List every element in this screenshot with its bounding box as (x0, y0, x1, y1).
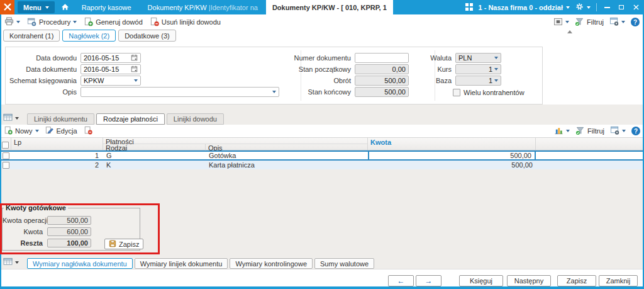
waluta-label: Waluta (418, 54, 455, 62)
main-toolbar: Procedury Generuj dowód Usuń linijki dow… (0, 14, 644, 30)
usun-linijki-button[interactable]: Usuń linijki dowodu (150, 17, 221, 28)
minimize-button[interactable] (602, 3, 611, 13)
maximize-button[interactable] (617, 3, 626, 13)
calendar-icon[interactable] (131, 65, 138, 74)
zapisz-button[interactable]: Zapisz (557, 275, 596, 286)
grid-filtruj-button[interactable]: Filtruj (575, 126, 604, 137)
menu-button[interactable]: Menu (18, 1, 55, 13)
edycja-button[interactable]: Edycja (45, 126, 77, 136)
apps-grid-icon[interactable] (465, 3, 473, 12)
grid-settings-button[interactable] (609, 17, 625, 27)
close-button[interactable] (631, 3, 640, 13)
grid-header: Lp Płatności Rodzaj Opis Kwota (0, 137, 644, 150)
tab-sumy-walutowe[interactable]: Sumy walutowe (314, 258, 374, 269)
obrot-field: 500,00 (355, 76, 409, 86)
previous-record-button[interactable]: ← (388, 275, 414, 286)
detail-tab-strip: Linijki dokumentu Rodzaje płatności Lini… (0, 112, 644, 125)
tab-dokumenty-kpkw-lista[interactable]: Dokumenty KP/KW |Identyfikator na (140, 0, 266, 14)
chevron-down-icon (494, 68, 498, 71)
data-dowodu-field[interactable]: 2016-05-15 (80, 53, 141, 63)
baza-label: Baza (418, 77, 455, 84)
generuj-dowod-button[interactable]: Generuj dowód (84, 17, 143, 28)
toolbar-right: Filtruj ? (553, 17, 640, 28)
waluta-select[interactable]: PLN (455, 53, 501, 63)
tab-raporty-kasowe[interactable]: Raporty kasowe (74, 0, 140, 14)
grid-view-menu[interactable] (3, 113, 19, 123)
chevron-down-icon (494, 57, 498, 59)
column-header-lp[interactable]: Lp (11, 138, 103, 150)
page-tabs: Kontrahent (1) Nagłówek (2) Dodatkowe (3… (3, 30, 176, 42)
table-row-selected[interactable]: 1 G Gotówka 500,00 (0, 150, 644, 161)
tab-rodzaje-platnosci[interactable]: Rodzaje płatności (96, 113, 165, 125)
cell-kwota-editor[interactable]: 500,00 (368, 152, 536, 159)
tab-naglowek[interactable]: Nagłówek (2) (62, 30, 116, 42)
kurs-select[interactable]: 1 (455, 64, 501, 74)
help-icon[interactable]: ? (631, 18, 640, 26)
app-logo[interactable] (0, 0, 14, 14)
grid-columns-button[interactable] (610, 126, 626, 136)
window-bottom-border (0, 286, 644, 289)
usun-wiersz-button[interactable] (84, 126, 92, 136)
filtruj-button[interactable]: Filtruj (575, 17, 604, 28)
schemat-select[interactable]: KPKW (80, 76, 141, 86)
chevron-down-icon (35, 130, 39, 132)
delete-record-icon (84, 126, 92, 136)
calendar-icon[interactable] (131, 54, 138, 62)
view-mode-button[interactable] (553, 18, 569, 27)
select-all-cell[interactable] (0, 138, 11, 150)
cell-lp: 1 (11, 152, 103, 159)
numer-field[interactable] (355, 53, 409, 63)
schemat-label: Schemat księgowania (6, 77, 80, 84)
nastepny-button[interactable]: Następny (507, 275, 551, 286)
arrow-left-icon: ← (397, 276, 405, 285)
select-all-checkbox[interactable] (2, 142, 9, 149)
arrow-right-icon: → (425, 276, 433, 285)
tab-wymiary-linijek[interactable]: Wymiary linijek dokumentu (135, 258, 228, 269)
document-plus-icon (84, 17, 93, 28)
stan-poczatkowy-field: 0,00 (355, 64, 409, 74)
help-icon[interactable]: ? (631, 127, 640, 135)
row-checkbox[interactable] (3, 162, 9, 169)
tab-kontrahent[interactable]: Kontrahent (1) (3, 30, 60, 42)
app-window: Menu Raporty kasowe Dokumenty KP/KW |Ide… (0, 0, 644, 289)
stan-poczatkowy-label: Stan początkowy (250, 65, 355, 73)
table-row[interactable]: 2 K Karta płatnicza 500,00 (0, 161, 644, 169)
next-record-button[interactable]: → (416, 275, 441, 286)
tools-icon (3, 3, 12, 13)
tab-dokumenty-kpkw-active[interactable]: Dokumenty KP/KW - [ 010, KPRP, 1 (266, 0, 393, 14)
tab-dodatkowe[interactable]: Dodatkowe (3) (118, 30, 176, 42)
baza-select[interactable]: 1 (455, 76, 501, 86)
tab-linijki-dokumentu[interactable]: Linijki dokumentu (27, 113, 94, 125)
print-button[interactable] (4, 17, 20, 27)
nowy-button[interactable]: Nowy (4, 126, 39, 136)
tab-linijki-dowodu[interactable]: Linijki dowodu (167, 113, 224, 125)
procedury-button[interactable]: Procedury (27, 17, 77, 28)
tab-wymiary-kontrolingowe[interactable]: Wymiary kontrolingowe (230, 258, 313, 269)
grid-toolbar: Nowy Edycja Fil (0, 125, 644, 137)
panel-title: Kwoty gotówkowe (4, 204, 68, 212)
zapisz-gotowke-button[interactable]: Zapisz (104, 239, 143, 249)
grid-toolbar-right: Filtruj ? (554, 126, 640, 137)
tab-wymiary-naglowka[interactable]: Wymiary nagłówka dokumentu (27, 258, 133, 269)
grid-view-menu[interactable] (3, 258, 19, 267)
save-icon (109, 240, 116, 249)
home-button[interactable] (57, 3, 74, 12)
opis-select[interactable] (80, 87, 279, 97)
wielu-kontrahentow-checkbox[interactable] (453, 89, 460, 96)
company-selector[interactable]: 1 - Nasza firma 0 - oddział (479, 4, 570, 11)
kwota-field[interactable]: 600,00 (47, 227, 91, 236)
collapse-panel-button[interactable] (564, 28, 576, 35)
zamknij-button[interactable]: Zamknij (599, 275, 638, 286)
column-header-kwota[interactable]: Kwota (368, 138, 536, 150)
stan-koncowy-field: 500,00 (355, 87, 409, 97)
column-header-platnosci[interactable]: Płatności (103, 138, 367, 144)
chevron-down-icon (565, 21, 569, 23)
kwoty-gotowkowe-panel: Kwoty gotówkowe Kwota operacji 500,00 Kw… (2, 208, 140, 251)
row-checkbox[interactable] (3, 152, 9, 159)
cell-rodzaj: G (103, 152, 206, 159)
ksieguj-button[interactable]: Księguj (459, 275, 503, 286)
chart-button[interactable] (554, 126, 570, 136)
data-dokumentu-field[interactable]: 2016-05-15 (80, 64, 141, 74)
settings-menu[interactable] (575, 3, 591, 12)
cell-rodzaj: K (103, 161, 206, 169)
